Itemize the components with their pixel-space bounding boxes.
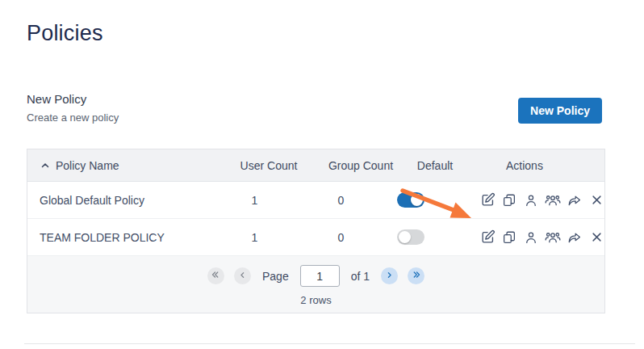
- group-count-cell: 0: [304, 194, 377, 207]
- bottom-divider: [24, 343, 635, 344]
- chevron-left-icon: [238, 270, 247, 282]
- group-count-cell: 0: [304, 231, 377, 244]
- users-group-icon[interactable]: [545, 192, 561, 208]
- pagination: Page of 1: [27, 265, 604, 287]
- page-number-input[interactable]: [300, 265, 340, 287]
- default-toggle[interactable]: [397, 192, 424, 208]
- table-header-row: Policy Name User Count Group Count Defau…: [27, 149, 604, 182]
- default-cell: [377, 192, 444, 208]
- share-icon[interactable]: [567, 229, 583, 246]
- page-label: Page: [262, 270, 289, 283]
- policy-name-cell: TEAM FOLDER POLICY: [27, 231, 205, 244]
- new-policy-text: New Policy Create a new policy: [27, 92, 119, 124]
- section-description: Create a new policy: [27, 111, 119, 124]
- page-total-label: of 1: [351, 270, 370, 283]
- column-header-user-count[interactable]: User Count: [215, 159, 322, 172]
- new-policy-section: New Policy Create a new policy New Polic…: [27, 92, 602, 124]
- table-row: TEAM FOLDER POLICY 1 0: [27, 219, 604, 256]
- table-footer: Page of 1 2 rows: [27, 256, 604, 313]
- edit-icon[interactable]: [479, 229, 496, 246]
- copy-icon[interactable]: [501, 229, 517, 246]
- user-count-cell: 1: [205, 231, 305, 244]
- next-page-button[interactable]: [381, 267, 398, 284]
- default-cell: [377, 229, 444, 245]
- prev-page-button[interactable]: [234, 267, 251, 284]
- column-header-label: Policy Name: [56, 159, 119, 172]
- user-icon[interactable]: [523, 229, 539, 246]
- delete-x-icon[interactable]: [588, 192, 604, 208]
- actions-cell: [444, 192, 604, 208]
- share-icon[interactable]: [567, 192, 583, 208]
- column-header-actions: Actions: [470, 159, 604, 172]
- user-count-cell: 1: [205, 194, 305, 207]
- policies-table: Policy Name User Count Group Count Defau…: [27, 149, 605, 313]
- users-group-icon[interactable]: [545, 229, 561, 246]
- column-header-default[interactable]: Default: [399, 159, 470, 172]
- double-chevron-left-icon: [211, 270, 220, 282]
- row-count-summary: 2 rows: [27, 294, 604, 306]
- column-header-policy-name[interactable]: Policy Name: [27, 159, 215, 172]
- toggle-knob: [411, 194, 423, 206]
- new-policy-button[interactable]: New Policy: [518, 98, 602, 124]
- column-header-group-count[interactable]: Group Count: [322, 159, 399, 172]
- chevron-right-icon: [385, 270, 394, 282]
- delete-x-icon[interactable]: [588, 229, 604, 246]
- page-title: Policies: [27, 21, 644, 46]
- copy-icon[interactable]: [501, 192, 517, 208]
- policies-page: Policies New Policy Create a new policy …: [0, 21, 644, 349]
- policy-name-cell: Global Default Policy: [27, 194, 205, 207]
- first-page-button[interactable]: [207, 267, 224, 284]
- user-icon[interactable]: [523, 192, 539, 208]
- toggle-knob: [399, 231, 411, 243]
- double-chevron-right-icon: [412, 270, 421, 282]
- default-toggle[interactable]: [397, 229, 424, 245]
- edit-icon[interactable]: [479, 192, 496, 208]
- last-page-button[interactable]: [408, 267, 424, 284]
- section-heading: New Policy: [27, 92, 119, 106]
- chevron-up-icon[interactable]: [40, 160, 51, 171]
- actions-cell: [444, 229, 604, 246]
- table-row: Global Default Policy 1 0: [27, 182, 604, 219]
